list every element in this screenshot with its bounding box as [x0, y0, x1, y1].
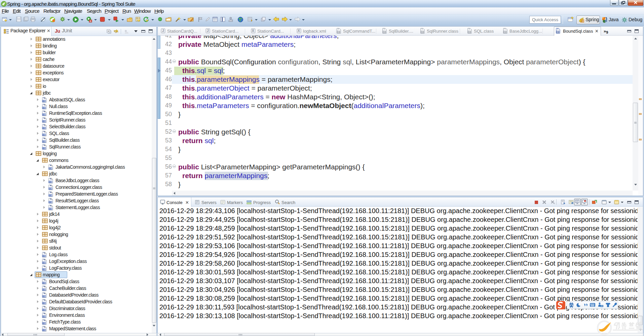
svg-text:J: J: [162, 29, 164, 33]
svg-text:010: 010: [504, 31, 507, 33]
svg-text:X: X: [298, 29, 300, 33]
svg-text:010: 010: [468, 31, 471, 33]
svg-text:010: 010: [383, 31, 386, 33]
svg-text:010: 010: [421, 31, 424, 33]
svg-text:010: 010: [557, 31, 560, 33]
svg-text:J: J: [207, 29, 209, 33]
svg-text:010: 010: [337, 31, 340, 33]
svg-text:X: X: [252, 29, 254, 33]
svg-text:20: 20: [601, 305, 603, 307]
